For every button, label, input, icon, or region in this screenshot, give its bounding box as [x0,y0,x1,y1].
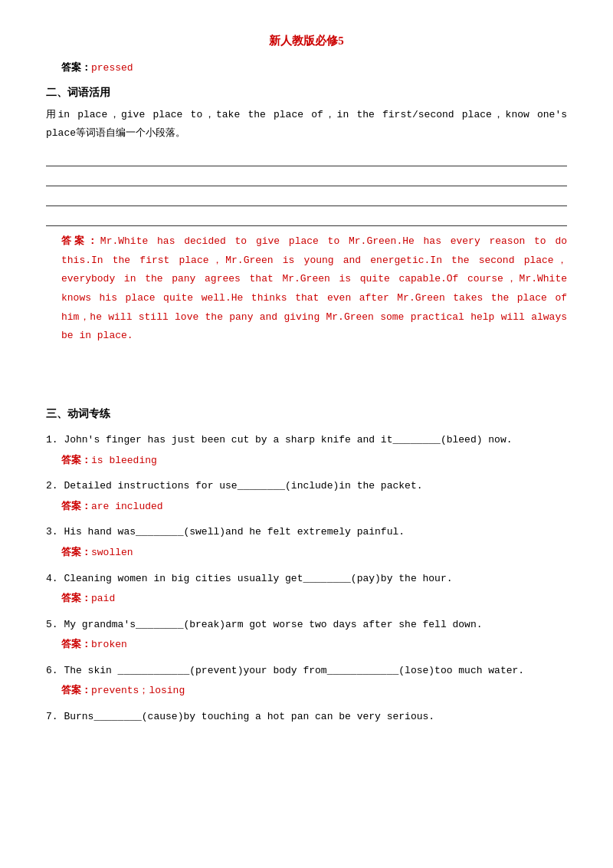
question-block-7: 7. Burns________(cause)by touching a hot… [46,708,567,727]
question-text-1: 1. John's finger has just been cut by a … [46,431,567,450]
answer-value-1: pressed [91,62,133,74]
question-text-7: 7. Burns________(cause)by touching a hot… [46,708,567,727]
answer-5: 答案：broken [61,636,567,653]
question-block-5: 5. My grandma's________(break)arm got wo… [46,616,567,654]
section1-first-answer: 答案：pressed [61,59,567,77]
section1-instruction: 用in place，give place to，take the place o… [46,106,567,143]
fill-line-1 [46,150,567,166]
fill-line-4 [46,209,567,226]
answer-3: 答案：swollen [61,544,567,561]
answer-label-1: 答案： [61,62,91,74]
fill-lines [46,150,567,226]
question-text-4: 4. Cleaning women in big cities usually … [46,570,567,589]
section1-answer-paragraph: 答案：Mr.White has decided to give place to… [61,232,567,346]
section2-title: 三、动词专练 [46,404,567,423]
answer-label-para: 答案： [61,235,100,247]
answer-4: 答案：paid [61,590,567,607]
section1-title: 二、词语活用 [46,83,567,102]
answer-2: 答案：are included [61,498,567,515]
page-title: 新人教版必修5 [46,31,567,51]
spacer-3 [46,383,567,398]
question-block-3: 3. His hand was________(swell)and he fel… [46,523,567,561]
question-block-4: 4. Cleaning women in big cities usually … [46,570,567,608]
question-text-5: 5. My grandma's________(break)arm got wo… [46,616,567,635]
question-text-2: 2. Detailed instructions for use________… [46,477,567,496]
spacer-1 [46,352,567,367]
answer-1: 答案：is bleeding [61,452,567,469]
answer-para-text: Mr.White has decided to give place to Mr… [61,235,567,341]
fill-line-3 [46,189,567,206]
fill-line-2 [46,169,567,186]
question-text-3: 3. His hand was________(swell)and he fel… [46,523,567,542]
questions-container: 1. John's finger has just been cut by a … [46,431,567,726]
spacer-2 [46,367,567,383]
answer-6: 答案：prevents；losing [61,682,567,699]
question-block-1: 1. John's finger has just been cut by a … [46,431,567,469]
question-block-6: 6. The skin ____________(prevent)your bo… [46,662,567,700]
question-block-2: 2. Detailed instructions for use________… [46,477,567,515]
question-text-6: 6. The skin ____________(prevent)your bo… [46,662,567,681]
